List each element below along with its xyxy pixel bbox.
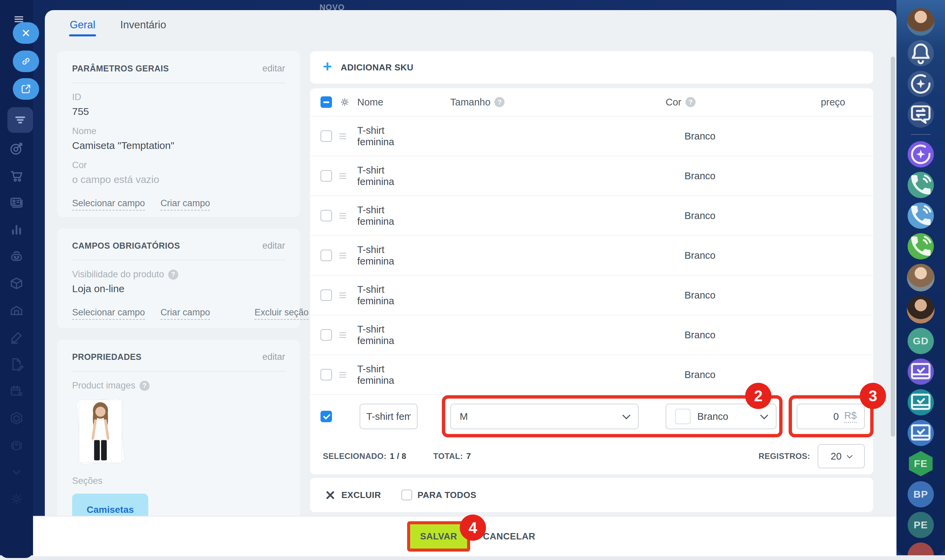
tutorial-badge-4: 4 [460,514,486,541]
open-new-window-button[interactable] [13,78,39,100]
rail-item-cart[interactable] [9,168,24,183]
user-avatar[interactable] [907,8,934,36]
delete-x-icon [326,491,335,499]
rail-item-target[interactable] [9,141,24,156]
help-icon[interactable]: ? [494,97,505,107]
initials-avatar-BP[interactable]: BP [908,481,934,508]
sku-row: T-shirt femininaBranco [310,195,873,235]
rail-item-box[interactable] [9,275,24,291]
modal-scrollbar[interactable] [891,57,895,437]
select-all-checkbox[interactable] [320,96,332,108]
initials-avatar-GD[interactable]: GD [908,328,934,354]
sku-row-color: Branco [666,171,777,182]
help-icon[interactable]: ? [140,381,149,391]
rail-item-feed[interactable] [8,107,33,133]
sku-edit-row: M Branco 0 R$ 2 3 [310,394,873,438]
sku-table-footer: SELECIONADO:1 / 8 TOTAL:7 REGISTROS: 20 [310,438,873,474]
sku-table: Nome Tamanho? Cor? preço T-shirt feminin… [310,88,873,474]
column-header-preco[interactable]: preço [820,97,845,108]
edit-link[interactable]: editar [262,352,285,362]
drag-handle-icon[interactable] [339,292,346,298]
sku-name-input[interactable] [360,404,417,429]
phone-icon[interactable] [908,233,934,260]
row-checkbox[interactable] [320,210,332,222]
add-sku-button[interactable]: + ADICIONAR SKU [310,51,873,83]
column-header-nome[interactable]: Nome [357,97,450,108]
table-settings-gear-icon[interactable] [339,97,350,108]
row-checkbox[interactable] [320,250,332,261]
tab-inventario[interactable]: Inventário [120,19,166,36]
create-field-link[interactable]: Criar campo [160,198,210,211]
price-input[interactable]: 0 R$ [797,404,865,429]
create-field-link[interactable]: Criar campo [160,307,210,320]
monitor-check-icon[interactable] [908,358,934,385]
copilot-icon[interactable] [908,71,934,97]
drag-handle-icon[interactable] [339,134,346,139]
for-all-label: PARA TODOS [417,490,477,500]
help-icon[interactable]: ? [685,97,696,107]
color-label: Cor [72,160,285,171]
monitor-check-icon[interactable] [908,420,934,446]
cancel-button[interactable]: CANCELAR [483,531,536,542]
sku-row-name: T-shirt feminina [357,363,411,386]
row-checkbox[interactable] [320,131,332,142]
monitor-check-icon[interactable] [908,389,934,415]
card-title: PARÂMETROS GERAIS [72,64,169,74]
rail-item-chart[interactable] [9,222,24,237]
tab-geral[interactable]: Geral [70,19,95,36]
phone-icon[interactable] [908,172,934,198]
row-checkbox[interactable] [320,369,332,380]
column-header-cor[interactable]: Cor [666,97,682,108]
bulk-delete-button[interactable]: EXCLUIR [342,490,381,500]
select-field-link[interactable]: Selecionar campo [72,307,145,320]
drag-handle-icon[interactable] [339,372,346,378]
rail-item-building[interactable] [9,303,24,318]
row-checkbox[interactable] [320,289,332,301]
rail-item-calendar[interactable] [9,383,24,399]
sku-row-color: Branco [666,290,777,301]
initials-avatar-FE[interactable]: FE [908,451,934,477]
rail-item-pen[interactable] [9,329,24,345]
row-checkbox[interactable] [320,170,332,182]
column-header-tamanho[interactable]: Tamanho [450,97,490,108]
edit-link[interactable]: editar [262,241,285,251]
drag-handle-icon[interactable] [339,332,346,338]
contact-avatar[interactable] [907,296,934,323]
row-checkbox[interactable] [320,329,332,341]
initials-avatar-PE[interactable]: PE [908,512,934,538]
copilot-icon[interactable] [908,141,934,168]
copy-link-button[interactable] [13,51,39,72]
select-field-link[interactable]: Selecionar campo [72,198,145,211]
product-image-thumbnail[interactable] [79,400,122,463]
product-photo [79,400,122,463]
close-button[interactable] [13,22,39,44]
rail-item-camera[interactable] [9,437,24,453]
rail-item-hexagon[interactable] [9,411,24,426]
save-button[interactable]: SALVAR [410,524,467,549]
drag-handle-icon[interactable] [339,213,346,218]
initials-avatar-partial[interactable] [908,543,934,555]
for-all-checkbox[interactable] [402,489,412,500]
rail-item-doc-edit[interactable] [9,357,24,372]
bell-icon[interactable] [908,40,934,66]
contact-avatar[interactable] [907,264,934,291]
rail-item-id-card[interactable] [9,195,24,210]
drag-handle-icon[interactable] [339,173,346,179]
rail-item-gear[interactable] [9,491,24,507]
rail-item-robot[interactable] [9,249,24,264]
chat-translate-icon[interactable] [908,102,934,128]
delete-section-link[interactable]: Excluir seção [254,307,309,320]
size-select[interactable]: M [450,404,639,429]
drag-handle-icon[interactable] [339,253,346,258]
name-value: Camiseta "Temptation" [72,140,285,151]
help-icon[interactable]: ? [168,269,178,280]
phone-icon[interactable] [908,203,934,229]
rail-item-chevron-down[interactable] [9,464,24,480]
edit-link[interactable]: editar [262,63,285,74]
left-icon-rail [0,0,33,558]
general-params-card: PARÂMETROS GERAIS editar ID 755 Nome Cam… [57,51,300,217]
row-checkbox-checked[interactable] [320,411,332,422]
link-icon [20,55,32,67]
sku-row: T-shirt femininaBranco [310,315,873,354]
records-per-page-select[interactable]: 20 [817,444,865,468]
